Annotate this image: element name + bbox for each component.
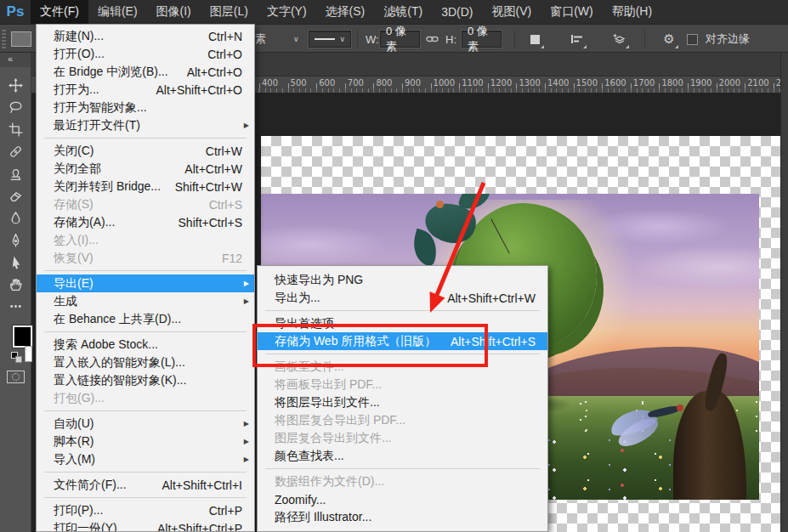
hand-tool[interactable] <box>6 274 25 293</box>
menubar-item[interactable]: 帮助(H) <box>603 0 661 24</box>
file-menu-item[interactable]: 打印一份(Y)Alt+Shift+Ctrl+P <box>37 519 254 532</box>
lasso-tool[interactable] <box>6 98 25 116</box>
width-value: 0 像素 <box>386 24 414 54</box>
export-submenu-item[interactable]: Zoomify... <box>258 490 547 508</box>
file-menu-item[interactable]: 置入嵌入的智能对象(L)... <box>37 354 254 371</box>
align-edges-label: 对齐边缘 <box>706 31 750 47</box>
file-menu-item[interactable]: 在 Behance 上共享(D)... <box>37 310 254 328</box>
more-tools[interactable] <box>6 297 25 315</box>
file-menu-item[interactable]: 关闭(C)Ctrl+W <box>37 142 254 160</box>
file-menu-item-shortcut: Alt+Ctrl+W <box>184 162 242 176</box>
export-submenu-item[interactable]: 导出为...Alt+Shift+Ctrl+W <box>258 289 547 307</box>
tool-preset-picker[interactable] <box>11 31 31 47</box>
menubar-item[interactable]: 图层(L) <box>201 0 258 24</box>
blur-tool-icon <box>9 211 23 225</box>
export-submenu-item[interactable]: 快速导出为 PNG <box>258 271 547 289</box>
menubar-item[interactable]: 编辑(E) <box>88 0 147 24</box>
pen-tool[interactable] <box>6 230 25 249</box>
file-menu-item[interactable]: 导出(E)▶ <box>37 274 254 292</box>
clone-stamp-tool-icon <box>9 167 23 181</box>
width-input[interactable]: 0 像素 <box>380 31 420 48</box>
file-menu-item-label: 关闭并转到 Bridge... <box>54 179 160 195</box>
file-menu-item-label: 打印(P)... <box>54 503 194 518</box>
crop-tool-icon <box>9 122 23 137</box>
export-submenu-item: 数据组作为文件(D)... <box>258 473 547 490</box>
default-colors-icon[interactable] <box>11 352 23 364</box>
file-menu-item[interactable]: 关闭全部Alt+Ctrl+W <box>37 160 254 178</box>
path-operations-button[interactable] <box>525 30 544 48</box>
stroke-type-dropdown[interactable]: ∨ <box>309 25 351 54</box>
menubar-item[interactable]: 选择(S) <box>316 0 375 24</box>
ruler-label: 1700 <box>633 78 655 88</box>
file-menu-item-shortcut: Ctrl+S <box>209 198 242 212</box>
file-menu-item[interactable]: 最近打开文件(T)▶ <box>37 116 254 134</box>
ruler-label: 800 <box>376 78 392 88</box>
foreground-color-swatch[interactable] <box>13 325 32 348</box>
eraser-tool[interactable] <box>6 186 25 205</box>
file-menu-item[interactable]: 打开为...Alt+Shift+Ctrl+O <box>37 81 254 99</box>
menubar-item[interactable]: 文字(Y) <box>258 0 316 24</box>
unit-dropdown[interactable]: 素 ∨ <box>255 25 299 54</box>
file-menu-item[interactable]: 自动(U)▶ <box>37 415 254 433</box>
menubar-item[interactable]: 3D(D) <box>432 0 482 24</box>
file-menu-item-label: 导入(M) <box>54 452 242 467</box>
menubar-item[interactable]: 图像(I) <box>147 0 201 24</box>
file-menu-item[interactable]: 关闭并转到 Bridge...Shift+Ctrl+W <box>37 178 254 195</box>
align-edges-checkbox[interactable] <box>687 34 698 45</box>
file-menu-separator <box>44 138 247 139</box>
path-arrangement-button[interactable] <box>610 30 629 48</box>
chevron-down-icon: ∨ <box>339 35 345 43</box>
extra-options-button[interactable]: ⚙ <box>660 30 678 48</box>
file-menu-item-label: 最近打开文件(T) <box>54 118 242 133</box>
menubar-item[interactable]: 窗口(W) <box>541 0 603 24</box>
submenu-arrow-icon: ▶ <box>244 420 249 427</box>
export-submenu-item-label: 快速导出为 PNG <box>275 273 536 288</box>
file-menu-item: 恢复(V)F12 <box>37 249 254 267</box>
link-dimensions-icon[interactable] <box>426 25 439 54</box>
toolbar-collapse-button[interactable]: « <box>0 53 31 67</box>
menubar-item[interactable]: 滤镜(T) <box>374 0 432 24</box>
file-menu-item[interactable]: 打印(P)...Ctrl+P <box>37 501 254 519</box>
file-menu-item[interactable]: 打开(O)...Ctrl+O <box>37 45 254 63</box>
ruler-label: 700 <box>348 78 364 88</box>
file-menu-item-label: 新建(N)... <box>54 29 193 44</box>
file-menu-item-shortcut: Ctrl+P <box>209 504 242 518</box>
dragonfly-body <box>648 405 681 419</box>
file-menu-item[interactable]: 生成▶ <box>37 292 254 310</box>
file-menu-item-label: 打开为智能对象... <box>54 100 242 116</box>
path-alignment-button[interactable] <box>568 30 587 48</box>
file-menu-item[interactable]: 置入链接的智能对象(K)... <box>37 371 254 389</box>
export-submenu-item-label: 将图层导出到文件... <box>275 395 536 410</box>
move-tool-icon <box>9 78 23 93</box>
menubar-item[interactable]: 视图(V) <box>482 0 541 24</box>
clone-stamp-tool[interactable] <box>6 164 25 183</box>
file-menu-item[interactable]: 在 Bridge 中浏览(B)...Alt+Ctrl+O <box>37 63 254 81</box>
file-menu-item-label: 关闭全部 <box>54 161 169 177</box>
export-submenu-item-label: Zoomify... <box>275 493 536 507</box>
blur-tool[interactable] <box>6 208 25 227</box>
crop-tool[interactable] <box>6 120 25 139</box>
move-tool[interactable] <box>6 76 25 94</box>
export-submenu-item[interactable]: 颜色查找表... <box>258 447 547 465</box>
file-menu-item[interactable]: 打开为智能对象... <box>37 99 254 116</box>
ruler-label: 500 <box>291 78 307 88</box>
file-menu-item[interactable]: 新建(N)...Ctrl+N <box>37 27 254 45</box>
file-menu-item[interactable]: 脚本(R)▶ <box>37 433 254 450</box>
file-menu-item-label: 存储(S) <box>54 197 194 212</box>
file-menu-item: 打包(G)... <box>37 389 254 407</box>
healing-brush-tool[interactable] <box>6 142 25 161</box>
background-color-swatch[interactable] <box>25 346 32 362</box>
ruler-label: 1100 <box>462 78 483 88</box>
file-menu-item[interactable]: 文件简介(F)...Alt+Shift+Ctrl+I <box>37 476 254 494</box>
export-submenu-item[interactable]: 路径到 Illustrator... <box>258 508 547 526</box>
gear-icon: ⚙ <box>663 31 674 47</box>
path-select-tool[interactable] <box>6 252 25 271</box>
file-menu-item[interactable]: 搜索 Adobe Stock... <box>37 336 254 354</box>
file-menu-item[interactable]: 导入(M)▶ <box>37 450 254 468</box>
file-menu-item[interactable]: 存储为(A)...Shift+Ctrl+S <box>37 213 254 231</box>
export-submenu-item[interactable]: 将图层导出到文件... <box>258 393 547 411</box>
healing-brush-tool-icon <box>9 144 23 159</box>
menubar-item[interactable]: 文件(F) <box>31 0 88 24</box>
height-input[interactable]: 0 像素 <box>462 31 502 48</box>
quick-mask-button[interactable] <box>7 371 25 383</box>
